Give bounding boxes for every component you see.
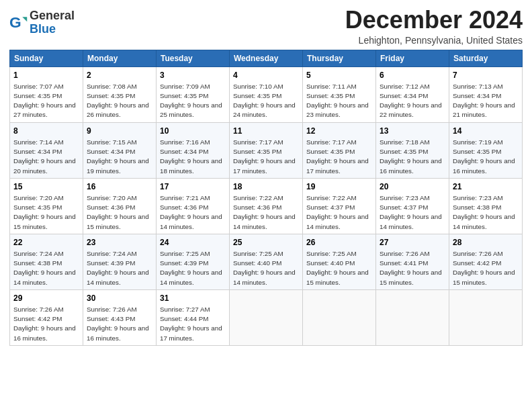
day-sunset: Sunset: 4:35 PM <box>233 148 281 155</box>
day-sunrise: Sunrise: 7:20 AM <box>13 194 64 201</box>
day-sunset: Sunset: 4:35 PM <box>380 148 428 155</box>
day-sunrise: Sunrise: 7:21 AM <box>160 194 210 201</box>
day-daylight: Daylight: 9 hours and 14 minutes. <box>160 269 222 285</box>
day-number: 15 <box>13 181 79 192</box>
calendar-cell: 12 Sunrise: 7:17 AM Sunset: 4:35 PM Dayl… <box>303 122 376 178</box>
logo: G General Blue <box>9 9 75 36</box>
calendar-cell: 10 Sunrise: 7:16 AM Sunset: 4:34 PM Dayl… <box>157 122 230 178</box>
day-sunset: Sunset: 4:35 PM <box>13 203 62 211</box>
day-number: 24 <box>160 237 226 248</box>
day-sunrise: Sunrise: 7:23 AM <box>453 194 503 201</box>
day-daylight: Daylight: 9 hours and 14 minutes. <box>306 213 369 230</box>
calendar-cell: 30 Sunrise: 7:26 AM Sunset: 4:43 PM Dayl… <box>83 289 157 345</box>
day-sunset: Sunset: 4:35 PM <box>13 92 62 99</box>
day-number: 19 <box>306 181 372 192</box>
calendar-cell: 29 Sunrise: 7:26 AM Sunset: 4:42 PM Dayl… <box>10 289 83 345</box>
day-daylight: Daylight: 9 hours and 18 minutes. <box>160 157 222 174</box>
calendar-week-row: 15 Sunrise: 7:20 AM Sunset: 4:35 PM Dayl… <box>10 178 523 234</box>
day-sunset: Sunset: 4:34 PM <box>160 148 208 155</box>
day-sunset: Sunset: 4:38 PM <box>13 259 62 267</box>
day-daylight: Daylight: 9 hours and 15 minutes. <box>87 213 149 230</box>
day-daylight: Daylight: 9 hours and 26 minutes. <box>87 101 149 118</box>
day-sunset: Sunset: 4:34 PM <box>13 148 62 155</box>
calendar-cell: 9 Sunrise: 7:15 AM Sunset: 4:34 PM Dayli… <box>83 122 157 178</box>
day-daylight: Daylight: 9 hours and 14 minutes. <box>233 269 296 285</box>
day-sunset: Sunset: 4:36 PM <box>233 203 281 211</box>
calendar-cell: 16 Sunrise: 7:20 AM Sunset: 4:36 PM Dayl… <box>83 178 157 234</box>
calendar-cell: 7 Sunrise: 7:13 AM Sunset: 4:34 PM Dayli… <box>449 66 523 122</box>
calendar-cell: 5 Sunrise: 7:11 AM Sunset: 4:35 PM Dayli… <box>303 66 376 122</box>
day-sunset: Sunset: 4:40 PM <box>233 259 281 267</box>
logo-text: General Blue <box>30 9 75 36</box>
calendar-week-row: 8 Sunrise: 7:14 AM Sunset: 4:34 PM Dayli… <box>10 122 523 178</box>
svg-marker-1 <box>22 17 27 21</box>
day-number: 12 <box>306 126 372 136</box>
calendar-cell: 27 Sunrise: 7:26 AM Sunset: 4:41 PM Dayl… <box>376 234 449 289</box>
calendar-cell: 20 Sunrise: 7:23 AM Sunset: 4:37 PM Dayl… <box>376 178 449 234</box>
logo-blue: Blue <box>30 22 56 36</box>
day-sunrise: Sunrise: 7:22 AM <box>233 194 283 201</box>
logo-general: General <box>30 9 75 22</box>
day-number: 22 <box>13 237 79 248</box>
title-block: December 2024 Lehighton, Pennsylvania, U… <box>345 7 523 46</box>
day-number: 2 <box>87 70 152 81</box>
day-daylight: Daylight: 9 hours and 15 minutes. <box>453 269 515 285</box>
calendar-cell: 18 Sunrise: 7:22 AM Sunset: 4:36 PM Dayl… <box>230 178 303 234</box>
day-sunrise: Sunrise: 7:26 AM <box>380 250 430 257</box>
calendar-cell: 2 Sunrise: 7:08 AM Sunset: 4:35 PM Dayli… <box>83 66 157 122</box>
day-number: 8 <box>13 126 79 136</box>
calendar-table: SundayMondayTuesdayWednesdayThursdayFrid… <box>9 50 523 346</box>
day-daylight: Daylight: 9 hours and 14 minutes. <box>160 213 222 230</box>
day-daylight: Daylight: 9 hours and 16 minutes. <box>13 324 76 341</box>
day-number: 23 <box>87 237 152 248</box>
calendar-cell: 15 Sunrise: 7:20 AM Sunset: 4:35 PM Dayl… <box>10 178 83 234</box>
day-sunrise: Sunrise: 7:27 AM <box>160 306 210 313</box>
day-daylight: Daylight: 9 hours and 16 minutes. <box>87 324 149 341</box>
day-number: 25 <box>233 237 299 248</box>
day-sunset: Sunset: 4:37 PM <box>380 203 428 211</box>
col-header-friday: Friday <box>376 50 449 66</box>
day-number: 5 <box>306 70 372 81</box>
day-number: 11 <box>233 126 299 136</box>
day-number: 21 <box>453 181 519 192</box>
calendar-cell: 24 Sunrise: 7:25 AM Sunset: 4:39 PM Dayl… <box>157 234 230 289</box>
page-header: G General Blue December 2024 Lehighton, … <box>9 7 523 46</box>
day-number: 30 <box>87 293 152 304</box>
day-sunset: Sunset: 4:42 PM <box>453 259 501 267</box>
day-number: 16 <box>87 181 152 192</box>
calendar-cell: 21 Sunrise: 7:23 AM Sunset: 4:38 PM Dayl… <box>449 178 523 234</box>
calendar-cell: 19 Sunrise: 7:22 AM Sunset: 4:37 PM Dayl… <box>303 178 376 234</box>
day-number: 4 <box>233 70 299 81</box>
day-sunrise: Sunrise: 7:25 AM <box>160 250 210 257</box>
day-sunset: Sunset: 4:34 PM <box>453 92 501 99</box>
day-sunset: Sunset: 4:36 PM <box>87 203 135 211</box>
calendar-cell: 8 Sunrise: 7:14 AM Sunset: 4:34 PM Dayli… <box>10 122 83 178</box>
day-daylight: Daylight: 9 hours and 15 minutes. <box>380 269 442 285</box>
day-daylight: Daylight: 9 hours and 14 minutes. <box>13 269 76 285</box>
day-daylight: Daylight: 9 hours and 14 minutes. <box>233 213 296 230</box>
col-header-wednesday: Wednesday <box>230 50 303 66</box>
calendar-cell: 14 Sunrise: 7:19 AM Sunset: 4:35 PM Dayl… <box>449 122 523 178</box>
day-sunrise: Sunrise: 7:07 AM <box>13 83 64 90</box>
day-daylight: Daylight: 9 hours and 20 minutes. <box>13 157 76 174</box>
day-sunrise: Sunrise: 7:11 AM <box>306 83 357 90</box>
day-daylight: Daylight: 9 hours and 16 minutes. <box>380 157 442 174</box>
day-sunset: Sunset: 4:43 PM <box>87 315 135 322</box>
day-daylight: Daylight: 9 hours and 17 minutes. <box>306 157 369 174</box>
calendar-week-row: 29 Sunrise: 7:26 AM Sunset: 4:42 PM Dayl… <box>10 289 523 345</box>
col-header-saturday: Saturday <box>449 50 523 66</box>
day-sunset: Sunset: 4:35 PM <box>87 92 135 99</box>
day-daylight: Daylight: 9 hours and 27 minutes. <box>13 101 76 118</box>
calendar-cell <box>449 289 523 345</box>
calendar-cell: 25 Sunrise: 7:25 AM Sunset: 4:40 PM Dayl… <box>230 234 303 289</box>
day-number: 10 <box>160 126 226 136</box>
day-number: 29 <box>13 293 79 304</box>
calendar-cell: 3 Sunrise: 7:09 AM Sunset: 4:35 PM Dayli… <box>157 66 230 122</box>
day-sunset: Sunset: 4:37 PM <box>306 203 355 211</box>
day-daylight: Daylight: 9 hours and 17 minutes. <box>160 324 222 341</box>
day-number: 13 <box>380 126 445 136</box>
day-sunset: Sunset: 4:40 PM <box>306 259 355 267</box>
day-daylight: Daylight: 9 hours and 24 minutes. <box>233 101 296 118</box>
day-sunrise: Sunrise: 7:23 AM <box>380 194 430 201</box>
calendar-week-row: 22 Sunrise: 7:24 AM Sunset: 4:38 PM Dayl… <box>10 234 523 289</box>
